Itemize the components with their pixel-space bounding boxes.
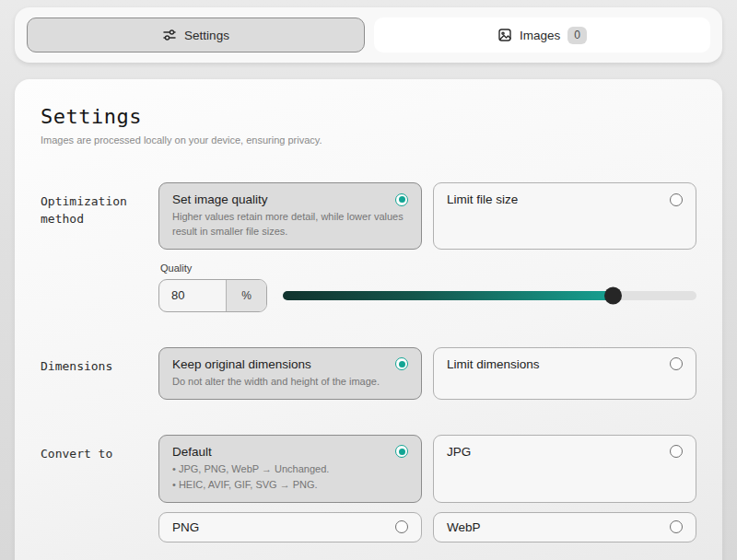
convert-to-label: Convert to <box>41 435 158 542</box>
image-icon <box>497 28 512 42</box>
radio-unselected-icon[interactable] <box>670 520 683 533</box>
page-title: Settings <box>41 105 696 128</box>
convert-rule: • HEIC, AVIF, GIF, SVG → PNG. <box>172 478 408 493</box>
quality-control: Quality 80 % <box>158 262 696 312</box>
quality-slider[interactable] <box>283 287 696 304</box>
option-title: WebP <box>447 520 481 534</box>
option-title: Default <box>172 445 212 459</box>
option-title: Keep original dimensions <box>172 357 311 371</box>
quality-unit: % <box>226 280 266 311</box>
option-convert-webp[interactable]: WebP <box>433 512 696 542</box>
tab-settings-label: Settings <box>184 29 229 42</box>
radio-unselected-icon[interactable] <box>670 357 683 370</box>
option-convert-png[interactable]: PNG <box>158 512 422 542</box>
dimensions-section: Dimensions Keep original dimensions Do n… <box>41 347 696 400</box>
quality-label: Quality <box>160 262 696 274</box>
optimization-method-section: Optimization method Set image quality Hi… <box>41 182 696 312</box>
radio-unselected-icon[interactable] <box>670 445 683 458</box>
radio-unselected-icon[interactable] <box>395 520 408 533</box>
option-title: JPG <box>447 445 471 459</box>
option-title: PNG <box>172 520 199 534</box>
tab-images[interactable]: Images 0 <box>374 18 710 52</box>
option-description: Do not alter the width and height of the… <box>172 375 408 390</box>
radio-unselected-icon[interactable] <box>670 193 683 206</box>
option-description: • JPG, PNG, WebP → Unchanged. • HEIC, AV… <box>172 462 408 493</box>
option-title: Limit dimensions <box>447 357 540 371</box>
radio-selected-icon[interactable] <box>395 357 408 370</box>
option-convert-jpg[interactable]: JPG <box>433 435 696 503</box>
optimization-method-label: Optimization method <box>41 182 158 312</box>
page-subtitle: Images are processed locally on your dev… <box>41 134 696 146</box>
convert-rule: • JPG, PNG, WebP → Unchanged. <box>172 462 408 477</box>
quality-slider-fill <box>283 291 614 300</box>
dimensions-label: Dimensions <box>41 347 158 400</box>
quality-input[interactable]: 80 % <box>158 279 267 312</box>
tab-bar: Settings Images 0 <box>15 7 722 63</box>
settings-form: Optimization method Set image quality Hi… <box>41 182 696 542</box>
images-count-badge: 0 <box>567 27 587 44</box>
option-convert-default[interactable]: Default • JPG, PNG, WebP → Unchanged. • … <box>158 435 422 503</box>
quality-slider-thumb[interactable] <box>604 286 622 304</box>
tab-settings[interactable]: Settings <box>27 18 365 52</box>
quality-value[interactable]: 80 <box>159 280 226 311</box>
option-limit-file-size[interactable]: Limit file size <box>433 182 696 250</box>
radio-selected-icon[interactable] <box>395 445 408 458</box>
sliders-icon <box>162 28 177 42</box>
option-set-image-quality[interactable]: Set image quality Higher values retain m… <box>158 182 422 250</box>
radio-selected-icon[interactable] <box>395 193 408 206</box>
option-limit-dimensions[interactable]: Limit dimensions <box>433 347 696 400</box>
quality-slider-track[interactable] <box>283 291 696 300</box>
option-title: Limit file size <box>447 192 518 206</box>
option-description: Higher values retain more detail, while … <box>172 210 408 239</box>
tab-images-label: Images <box>520 29 560 42</box>
option-keep-original-dimensions[interactable]: Keep original dimensions Do not alter th… <box>158 347 422 400</box>
option-title: Set image quality <box>172 192 268 206</box>
settings-panel: Settings Images are processed locally on… <box>15 79 722 560</box>
convert-to-section: Convert to Default • JPG, PNG, WebP → Un… <box>41 435 696 542</box>
